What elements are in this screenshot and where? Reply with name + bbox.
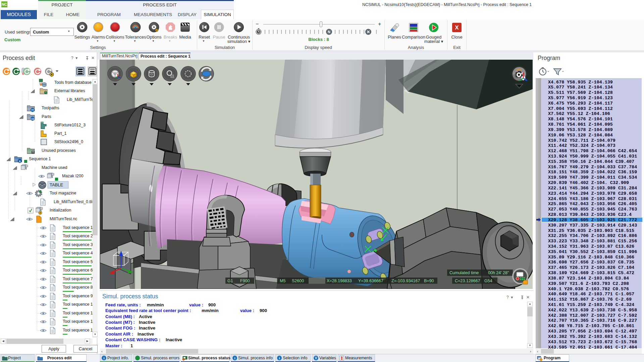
svg-text:Z=-103.934167: Z=-103.934167 xyxy=(391,279,420,283)
svg-text:C=23.128667: C=23.128667 xyxy=(455,279,480,283)
svg-text:00h 24' 28": 00h 24' 28" xyxy=(488,270,509,275)
svg-text:S: S xyxy=(19,160,21,163)
svg-text:G54: G54 xyxy=(484,279,492,283)
svg-text:Y=39.636667: Y=39.636667 xyxy=(358,279,383,283)
svg-text:TT: TT xyxy=(31,109,34,111)
svg-text:S2600: S2600 xyxy=(292,279,304,283)
svg-text:B=90: B=90 xyxy=(424,279,434,283)
svg-text:M5: M5 xyxy=(280,279,285,283)
svg-text:G1: G1 xyxy=(227,279,233,283)
svg-text:i: i xyxy=(234,356,235,360)
svg-text:CAD: CAD xyxy=(31,118,35,120)
svg-text:F900: F900 xyxy=(240,279,250,283)
svg-text:Cumulated time: Cumulated time xyxy=(449,270,479,275)
svg-text:V: V xyxy=(315,356,317,360)
svg-text:i: i xyxy=(279,356,280,360)
svg-text:X=28.198833: X=28.198833 xyxy=(327,279,352,283)
svg-text:i: i xyxy=(103,356,104,360)
